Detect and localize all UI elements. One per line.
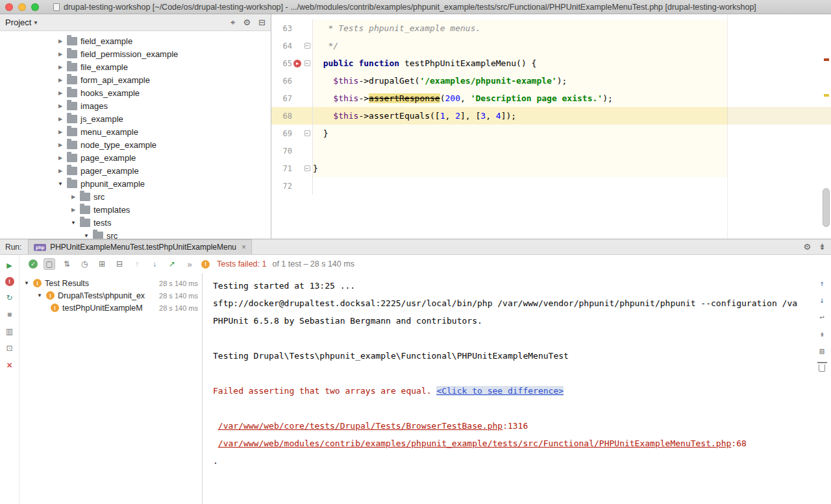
fold-marker-icon[interactable]: − [303,130,312,136]
chevron-down-icon[interactable]: ▼ [83,233,90,239]
project-tree-item[interactable]: ▶templates [0,203,271,216]
titlebar[interactable]: drupal-testing-workshop [~/Code/os/drupa… [0,0,831,14]
code-line[interactable]: 66 $this->drupalGet('/examples/phpunit-e… [271,72,831,90]
fold-minus-icon[interactable]: − [304,43,310,49]
gutter[interactable]: 69− [271,125,313,142]
code-line[interactable]: 64− */ [271,37,831,54]
code-line[interactable]: 63 * Tests phpunit_example menus. [271,19,831,37]
gutter[interactable]: 64− [271,37,313,54]
stacktrace-file-link[interactable]: /var/www/web/core/tests/Drupal/Tests/Bro… [218,421,502,431]
gutter[interactable]: 66 [271,72,313,90]
fold-minus-icon[interactable]: − [304,165,310,171]
code-line[interactable]: 69− } [271,125,831,142]
next-failed-test-icon[interactable]: ↓ [149,258,160,270]
editor-scrollbar-thumb[interactable] [823,188,830,227]
code-line[interactable]: 71−} [271,160,831,177]
close-run-panel-icon[interactable]: × [5,360,15,370]
hide-run-panel-icon[interactable]: ⇟ [819,242,826,252]
project-tree-item[interactable]: ▼src [0,229,271,239]
chevron-right-icon[interactable]: ▶ [70,194,77,200]
close-tab-icon[interactable]: × [242,243,246,252]
scroll-to-end-icon[interactable]: ⇟ [817,329,827,339]
project-panel-title[interactable]: Project [5,18,31,27]
project-tree-item[interactable]: ▶page_example [0,151,271,164]
gutter[interactable]: 65▶− [271,54,313,72]
project-tree-item[interactable]: ▶menu_example [0,125,271,138]
code-editor[interactable]: 63 * Tests phpunit_example menus.64− */6… [271,14,831,239]
fold-marker-icon[interactable]: − [303,60,312,66]
test-tree-item[interactable]: ▼!Drupal\Tests\phpunit_ex28 s 140 ms [19,289,202,302]
sort-alphabetically-icon[interactable]: ⇅ [61,258,73,270]
chevron-right-icon[interactable]: ▶ [57,129,64,135]
chevron-down-icon[interactable]: ▼ [57,181,64,187]
gutter[interactable]: 63 [271,19,313,37]
rerun-failed-tests-icon[interactable]: ! [5,277,14,286]
fold-marker-icon[interactable]: − [303,43,312,49]
code-line[interactable]: 65▶− public function testPhpUnitExampleM… [271,54,831,72]
gutter[interactable]: 71− [271,160,313,177]
clear-all-icon[interactable] [817,363,827,373]
project-tree-item[interactable]: ▶pager_example [0,164,271,177]
code-line[interactable]: 72 [271,177,831,195]
gear-icon[interactable]: ⚙ [243,18,251,28]
fold-marker-icon[interactable]: − [303,165,312,171]
project-tree-item[interactable]: ▶file_example [0,60,271,73]
chevron-right-icon[interactable]: ▶ [57,103,64,109]
previous-failed-test-icon[interactable]: ↑ [131,258,143,270]
gutter[interactable]: 68 [271,107,313,125]
more-actions-icon[interactable]: » [184,258,195,270]
code-line[interactable]: 67 $this->assertResponse(200, 'Descripti… [271,90,831,107]
run-settings-gear-icon[interactable]: ⚙ [803,242,811,252]
minimize-window-button[interactable] [18,3,26,11]
chevron-right-icon[interactable]: ▶ [57,155,64,161]
chevron-right-icon[interactable]: ▶ [57,77,64,83]
show-passed-icon[interactable]: ✓ [29,259,38,269]
chevron-right-icon[interactable]: ▶ [57,168,64,174]
project-tree-item[interactable]: ▶field_example [0,34,271,47]
chevron-right-icon[interactable]: ▶ [57,116,64,122]
test-tree-item[interactable]: ▼!Test Results28 s 140 ms [19,277,202,289]
run-tab[interactable]: php PHPUnitExampleMenuTest.testPhpUnitEx… [28,239,252,254]
warning-stripe-mark[interactable] [824,94,829,97]
stop-icon[interactable]: ■ [5,309,15,320]
show-ignored-icon[interactable]: ▢ [43,258,55,270]
gutter[interactable]: 72 [271,177,313,195]
code-line[interactable]: 68 $this->assertEquals([1, 2], [3, 4]); [271,107,831,125]
console-output-icon[interactable]: ▥ [5,326,15,337]
chevron-down-icon[interactable]: ▼ [70,220,77,226]
test-tree-item[interactable]: !testPhpUnitExampleM28 s 140 ms [19,302,202,314]
locate-file-icon[interactable]: ⌖ [230,18,235,28]
zoom-window-button[interactable] [31,3,39,11]
project-tree-item[interactable]: ▶hooks_example [0,86,271,99]
toggle-auto-test-icon[interactable]: ↻ [5,293,15,303]
chevron-right-icon[interactable]: ▶ [57,90,64,96]
project-tree-item[interactable]: ▼tests [0,216,271,229]
sort-by-duration-icon[interactable]: ◷ [79,258,90,270]
diff-link[interactable]: <Click to see difference> [436,386,564,396]
project-tree-item[interactable]: ▶form_api_example [0,73,271,86]
soft-wrap-icon[interactable]: ↩ [817,312,827,322]
rerun-test-icon[interactable]: ▶ [5,260,15,270]
error-stripe-mark[interactable] [824,58,829,61]
chevron-right-icon[interactable]: ▶ [70,207,77,213]
chevron-down-icon[interactable]: ▼ [23,280,30,286]
stacktrace-file-link[interactable]: /var/www/web/modules/contrib/examples/ph… [218,438,732,448]
fold-minus-icon[interactable]: − [304,130,310,136]
import-test-results-icon[interactable]: ↗ [166,258,178,270]
chevron-down-icon[interactable]: ▼ [36,293,43,298]
failed-test-gutter-icon[interactable]: ▶ [292,60,303,67]
down-stack-trace-icon[interactable]: ↓ [817,295,827,306]
up-stack-trace-icon[interactable]: ↑ [817,278,827,289]
chevron-down-icon[interactable]: ▾ [34,19,37,26]
project-tree-item[interactable]: ▶src [0,190,271,203]
project-tree-item[interactable]: ▶images [0,99,271,112]
chevron-right-icon[interactable]: ▶ [57,64,64,70]
fold-minus-icon[interactable]: − [304,60,310,66]
gutter[interactable]: 67 [271,90,313,107]
gutter[interactable]: 70 [271,142,313,160]
chevron-right-icon[interactable]: ▶ [57,38,64,44]
project-tree-item[interactable]: ▼phpunit_example [0,177,271,190]
project-tree-item[interactable]: ▶field_permission_example [0,47,271,60]
project-tree-item[interactable]: ▶node_type_example [0,138,271,151]
chevron-right-icon[interactable]: ▶ [57,142,64,148]
